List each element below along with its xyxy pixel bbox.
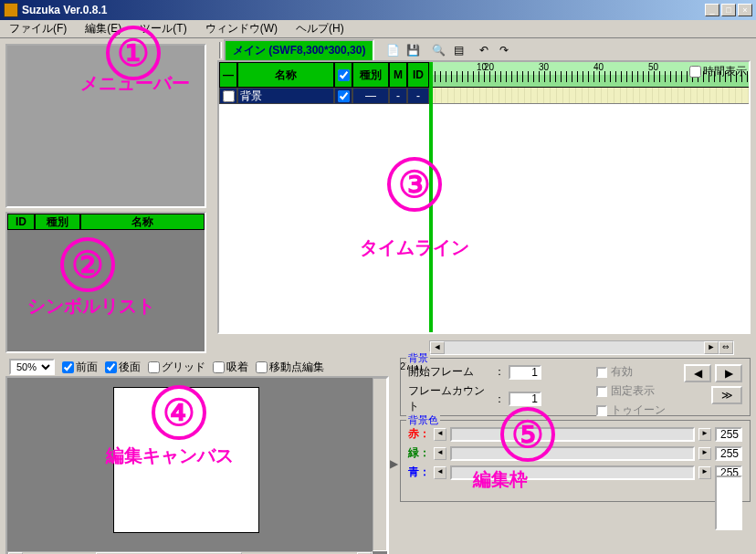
next-frame-button[interactable]: ▶: [715, 364, 742, 382]
visible-all-checkbox[interactable]: [338, 69, 350, 81]
frame-count-input[interactable]: [509, 392, 541, 406]
tween-checkbox[interactable]: [596, 405, 607, 416]
red-value-input[interactable]: [715, 427, 742, 442]
green-dec-button[interactable]: ◄: [434, 447, 446, 460]
list-button[interactable]: ▤: [449, 42, 467, 58]
grid-checkbox[interactable]: [148, 361, 160, 373]
color-swatch: [715, 476, 742, 530]
layer-visible-checkbox[interactable]: [338, 90, 350, 102]
search-button[interactable]: 🔍: [429, 42, 447, 58]
frame-count-label: フレームカウント: [408, 383, 490, 414]
timeline-track[interactable]: [429, 88, 749, 104]
layer-id: -: [407, 88, 429, 104]
red-slider[interactable]: [450, 427, 695, 442]
expand-triangle-icon[interactable]: ▶: [390, 457, 398, 470]
fixed-label: 固定表示: [611, 383, 655, 399]
menu-help[interactable]: ヘルプ(H): [290, 19, 350, 38]
ruler-tick: 20: [484, 62, 539, 72]
time-display-checkbox[interactable]: [689, 66, 701, 78]
start-frame-label: 開始フレーム: [408, 364, 490, 380]
green-slider[interactable]: [450, 446, 695, 461]
enable-checkbox[interactable]: [596, 367, 607, 378]
time-display-label: 時間表示: [703, 64, 747, 79]
blue-label: 青：: [408, 465, 430, 480]
green-value-input[interactable]: [715, 446, 742, 461]
minimize-button[interactable]: _: [705, 4, 719, 16]
canvas-vscroll[interactable]: [373, 378, 387, 551]
timeline-ruler[interactable]: 10 20 30 40 50 時間表示: [429, 62, 749, 88]
triangle-right-icon: ▶: [725, 367, 733, 380]
symbol-header-name[interactable]: 名称: [80, 214, 205, 230]
movepoint-checkbox[interactable]: [256, 361, 268, 373]
undo-button[interactable]: ↶: [475, 42, 493, 58]
snap-label: 吸着: [226, 360, 248, 375]
layer-m: -: [389, 88, 407, 104]
edit-canvas[interactable]: ◄ ►: [5, 376, 389, 554]
symbol-header-type[interactable]: 種別: [35, 214, 80, 230]
layer-type-header[interactable]: 種別: [352, 62, 389, 88]
undo-icon: ↶: [479, 44, 488, 57]
title-bar: Suzuka Ver.0.8.1 _ □ ×: [0, 0, 756, 20]
menu-tool[interactable]: ツール(T): [134, 19, 192, 38]
menu-file[interactable]: ファイル(F): [4, 19, 72, 38]
fast-forward-button[interactable]: ≫: [711, 386, 742, 404]
front-checkbox[interactable]: [62, 361, 74, 373]
menu-window[interactable]: ウィンドウ(W): [200, 19, 283, 38]
layer-type: —: [352, 88, 389, 104]
maximize-button[interactable]: □: [721, 4, 736, 16]
movepoint-label: 移動点編集: [269, 360, 324, 375]
red-label: 赤：: [408, 426, 430, 442]
grid-label: グリッド: [162, 360, 205, 375]
canvas-stage[interactable]: [113, 387, 259, 533]
tween-label: トゥイーン: [611, 402, 666, 418]
back-label: 後面: [119, 360, 141, 375]
scroll-left-button[interactable]: ◄: [430, 341, 445, 354]
layer-name-header[interactable]: 名称: [237, 62, 334, 88]
layer-m-header[interactable]: M: [389, 62, 407, 88]
divider: [219, 42, 222, 58]
save-button[interactable]: 💾: [404, 42, 422, 58]
fixed-checkbox[interactable]: [596, 386, 607, 397]
start-frame-input[interactable]: [509, 365, 541, 380]
symbol-header-id[interactable]: ID: [7, 214, 35, 230]
save-icon: 💾: [406, 44, 420, 57]
triangle-left-icon: ◀: [694, 367, 702, 380]
snap-checkbox[interactable]: [213, 361, 225, 373]
green-inc-button[interactable]: ►: [698, 447, 711, 460]
edit-frame-panel: 背景 開始フレーム ： フレームカウント ： 有効 固定: [400, 358, 751, 554]
playhead[interactable]: [429, 62, 433, 332]
blue-inc-button[interactable]: ►: [698, 466, 711, 479]
blue-dec-button[interactable]: ◄: [434, 466, 446, 479]
bg-group-title: 背景: [406, 351, 430, 365]
red-inc-button[interactable]: ►: [698, 428, 711, 441]
scroll-end-button[interactable]: ⇔: [719, 341, 733, 354]
app-icon: [4, 3, 18, 17]
redo-button[interactable]: ↷: [495, 42, 513, 58]
timeline-hscroll[interactable]: ◄ ► ⇔: [429, 340, 734, 355]
ruler-tick: 30: [539, 62, 593, 72]
red-dec-button[interactable]: ◄: [434, 428, 446, 441]
search-icon: 🔍: [432, 44, 446, 57]
new-button[interactable]: 📄: [383, 42, 402, 58]
timeline-panel: メイン (SWF8,300*300,30) 📄 💾 🔍 ▤ ↶ ↷ — 名称 種…: [217, 40, 751, 355]
scroll-right-button[interactable]: ►: [704, 341, 719, 354]
close-button[interactable]: ×: [738, 4, 752, 16]
layer-visible-header[interactable]: [334, 62, 352, 88]
layer-select-checkbox[interactable]: [223, 90, 235, 102]
preview-panel: [5, 44, 206, 208]
prev-frame-button[interactable]: ◀: [684, 364, 711, 382]
main-info-label: メイン (SWF8,300*300,30): [224, 39, 374, 62]
layer-row[interactable]: 背景 — - -: [219, 88, 429, 104]
ruler-tick: 40: [593, 62, 648, 72]
front-label: 前面: [76, 360, 98, 375]
new-icon: 📄: [386, 44, 400, 57]
symbol-list-panel: ID 種別 名称: [5, 212, 206, 353]
menu-edit[interactable]: 編集(E): [79, 19, 127, 38]
back-checkbox[interactable]: [105, 361, 117, 373]
layer-id-header[interactable]: ID: [407, 62, 429, 88]
zoom-select[interactable]: 50%: [9, 359, 55, 375]
double-arrow-icon: ≫: [721, 389, 733, 402]
bgcolor-group-title: 背景色: [406, 413, 440, 427]
layer-arrow-header[interactable]: —: [219, 62, 237, 88]
blue-slider[interactable]: [450, 465, 695, 480]
